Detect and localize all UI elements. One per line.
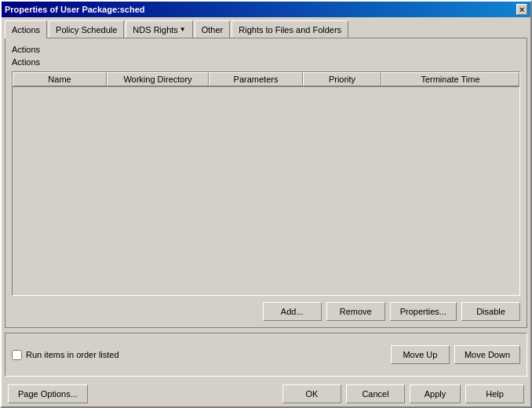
title-bar: Properties of User Package:sched ✕ <box>2 2 530 17</box>
move-down-button[interactable]: Move Down <box>454 345 520 364</box>
actions-sub-label: Actions <box>12 57 520 67</box>
cancel-button[interactable]: Cancel <box>346 384 405 403</box>
table-body <box>13 87 519 295</box>
col-header-params: Parameters <box>209 72 303 86</box>
add-button[interactable]: Add... <box>263 302 322 321</box>
checkbox-row: Run items in order listed <box>12 350 119 360</box>
close-button[interactable]: ✕ <box>516 4 527 15</box>
apply-button[interactable]: Apply <box>410 384 461 403</box>
tab-nds-rights[interactable]: NDS Rights ▼ <box>126 20 192 38</box>
col-header-terminate: Terminate Time <box>381 72 519 86</box>
ok-button[interactable]: OK <box>282 384 341 403</box>
main-window: Properties of User Package:sched ✕ Actio… <box>0 0 532 408</box>
actions-table: Name Working Directory Parameters Priori… <box>12 71 520 296</box>
remove-button[interactable]: Remove <box>326 302 385 321</box>
help-button[interactable]: Help <box>465 384 524 403</box>
window-title: Properties of User Package:sched <box>5 5 145 14</box>
section-label: Actions <box>12 45 520 54</box>
table-header: Name Working Directory Parameters Priori… <box>13 72 519 87</box>
action-buttons-row: Add... Remove Properties... Disable <box>12 302 520 321</box>
content-area: Actions Actions Name Working Directory P… <box>5 38 527 328</box>
bottom-section: Run items in order listed Move Up Move D… <box>5 333 527 377</box>
tab-bar: Actions Policy Schedule NDS Rights ▼ Oth… <box>2 17 530 38</box>
tab-policy-schedule[interactable]: Policy Schedule <box>49 20 124 38</box>
run-in-order-checkbox[interactable] <box>12 350 22 360</box>
col-header-name: Name <box>13 72 107 86</box>
disable-button[interactable]: Disable <box>461 302 520 321</box>
col-header-workdir: Working Directory <box>107 72 209 86</box>
move-buttons: Move Up Move Down <box>391 345 520 364</box>
tab-actions[interactable]: Actions <box>5 20 47 38</box>
footer: Page Options... OK Cancel Apply Help <box>2 381 530 406</box>
nds-rights-dropdown-arrow: ▼ <box>180 26 186 33</box>
run-in-order-label: Run items in order listed <box>26 350 119 359</box>
properties-button[interactable]: Properties... <box>390 302 457 321</box>
move-up-button[interactable]: Move Up <box>391 345 450 364</box>
col-header-priority: Priority <box>303 72 381 86</box>
page-options-button[interactable]: Page Options... <box>8 384 88 403</box>
tab-other[interactable]: Other <box>195 20 231 38</box>
tab-rights-files[interactable]: Rights to Files and Folders <box>231 20 348 38</box>
